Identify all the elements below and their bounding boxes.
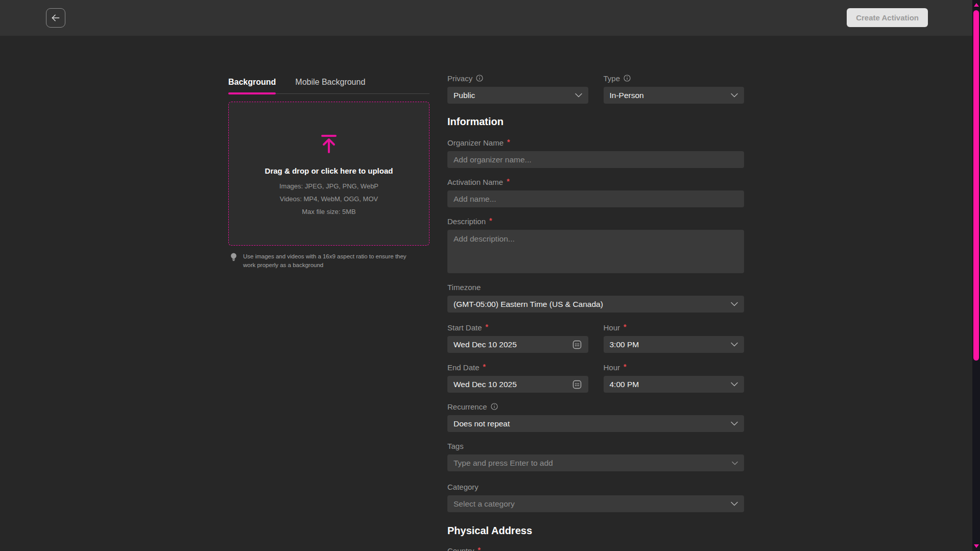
recurrence-field: Recurrence Does not repeat	[447, 402, 744, 432]
info-icon[interactable]	[624, 75, 631, 82]
info-icon[interactable]	[491, 403, 498, 410]
required-asterisk: *	[507, 177, 509, 185]
lightbulb-icon	[230, 252, 237, 262]
create-activation-button[interactable]: Create Activation	[847, 8, 928, 27]
tags-field: Tags Type and press Enter to add	[447, 441, 744, 471]
arrow-left-icon	[51, 13, 61, 23]
activation-name-label: Activation Name *	[447, 177, 744, 186]
country-field: Country *	[447, 546, 744, 551]
tags-label: Tags	[447, 441, 744, 450]
end-date-value: Wed Dec 10 2025	[453, 380, 517, 389]
start-date-label-text: Start Date	[447, 323, 482, 332]
organizer-name-field: Organizer Name *	[447, 138, 744, 168]
category-label-text: Category	[447, 483, 479, 491]
chevron-down-icon	[731, 501, 738, 506]
recurrence-select[interactable]: Does not repeat	[447, 415, 744, 432]
country-label: Country *	[447, 546, 744, 551]
chevron-down-icon	[732, 461, 738, 465]
tags-input[interactable]: Type and press Enter to add	[447, 454, 744, 471]
required-asterisk: *	[486, 323, 488, 331]
required-asterisk: *	[489, 217, 492, 225]
vertical-scrollbar[interactable]	[972, 0, 980, 551]
recurrence-label: Recurrence	[447, 402, 744, 411]
chevron-down-icon	[731, 93, 738, 98]
category-select[interactable]: Select a category	[447, 495, 744, 512]
start-hour-field: Hour * 3:00 PM	[604, 323, 745, 353]
organizer-name-label: Organizer Name *	[447, 138, 744, 147]
info-icon[interactable]	[476, 75, 483, 82]
aspect-ratio-note: Use images and videos with a 16x9 aspect…	[228, 252, 429, 269]
start-date-label: Start Date *	[447, 323, 588, 332]
description-label-text: Description	[447, 217, 486, 226]
tags-label-text: Tags	[447, 442, 464, 450]
activation-form: Privacy Public Type	[447, 74, 744, 551]
activation-name-input[interactable]	[447, 190, 744, 207]
start-date-field: Start Date * Wed Dec 10 2025	[447, 323, 588, 353]
end-date-label: End Date *	[447, 363, 588, 372]
tab-mobile-background[interactable]: Mobile Background	[295, 78, 365, 93]
timezone-label: Timezone	[447, 282, 744, 292]
information-heading: Information	[447, 116, 744, 128]
category-label: Category	[447, 482, 744, 491]
required-asterisk: *	[624, 323, 626, 331]
type-label-text: Type	[604, 74, 620, 83]
required-asterisk: *	[624, 363, 626, 371]
category-placeholder: Select a category	[453, 499, 515, 509]
end-hour-label: Hour *	[604, 363, 745, 372]
scroll-down-arrow-icon[interactable]	[974, 544, 979, 548]
topbar: Create Activation	[0, 0, 972, 36]
start-hour-value: 3:00 PM	[610, 340, 639, 349]
timezone-field: Timezone (GMT-05:00) Eastern Time (US & …	[447, 282, 744, 313]
chevron-down-icon	[731, 302, 738, 306]
calendar-icon	[572, 340, 582, 350]
timezone-label-text: Timezone	[447, 283, 481, 292]
end-hour-select[interactable]: 4:00 PM	[604, 376, 745, 393]
end-hour-field: Hour * 4:00 PM	[604, 363, 745, 393]
scrollbar-thumb[interactable]	[973, 10, 979, 361]
calendar-icon	[572, 379, 582, 390]
tab-background[interactable]: Background	[228, 78, 276, 93]
recurrence-value: Does not repeat	[453, 419, 510, 428]
background-upload-panel: Background Mobile Background Drag & drop…	[228, 78, 429, 269]
start-hour-label-text: Hour	[604, 323, 620, 332]
privacy-value: Public	[453, 91, 475, 100]
privacy-field: Privacy Public	[447, 74, 588, 104]
type-label: Type	[604, 74, 745, 83]
type-select[interactable]: In-Person	[604, 87, 745, 104]
back-button[interactable]	[46, 8, 65, 28]
activation-name-field: Activation Name *	[447, 177, 744, 207]
timezone-select[interactable]: (GMT-05:00) Eastern Time (US & Canada)	[447, 296, 744, 313]
end-hour-label-text: Hour	[604, 363, 620, 372]
description-textarea[interactable]	[447, 230, 744, 273]
aspect-ratio-note-text: Use images and videos with a 16x9 aspect…	[243, 252, 419, 269]
activation-name-label-text: Activation Name	[447, 178, 503, 186]
country-label-text: Country	[447, 546, 474, 551]
organizer-name-label-text: Organizer Name	[447, 138, 504, 147]
type-field: Type In-Person	[604, 74, 745, 104]
upload-dropzone[interactable]: Drag & drop or click here to upload Imag…	[228, 102, 429, 246]
privacy-select[interactable]: Public	[447, 87, 588, 104]
start-hour-select[interactable]: 3:00 PM	[604, 336, 745, 353]
chevron-down-icon	[731, 382, 738, 387]
end-hour-value: 4:00 PM	[610, 380, 639, 389]
required-asterisk: *	[483, 363, 486, 371]
timezone-value: (GMT-05:00) Eastern Time (US & Canada)	[453, 300, 603, 309]
start-date-picker[interactable]: Wed Dec 10 2025	[447, 336, 588, 353]
end-date-label-text: End Date	[447, 363, 480, 372]
required-asterisk: *	[507, 138, 510, 146]
start-hour-label: Hour *	[604, 323, 745, 332]
dropzone-max-size: Max file size: 5MB	[302, 208, 355, 215]
end-date-picker[interactable]: Wed Dec 10 2025	[447, 376, 588, 393]
dropzone-videos-formats: Videos: MP4, WebM, OGG, MOV	[280, 195, 378, 203]
privacy-label: Privacy	[447, 74, 588, 83]
recurrence-label-text: Recurrence	[447, 402, 487, 411]
dropzone-title: Drag & drop or click here to upload	[265, 166, 393, 175]
end-date-field: End Date * Wed Dec 10 2025	[447, 363, 588, 393]
upload-arrow-icon	[317, 132, 341, 155]
category-field: Category Select a category	[447, 482, 744, 512]
scroll-up-arrow-icon[interactable]	[974, 3, 979, 7]
organizer-name-input[interactable]	[447, 151, 744, 168]
start-date-value: Wed Dec 10 2025	[453, 340, 517, 349]
tags-placeholder: Type and press Enter to add	[453, 459, 553, 468]
type-value: In-Person	[610, 91, 644, 100]
